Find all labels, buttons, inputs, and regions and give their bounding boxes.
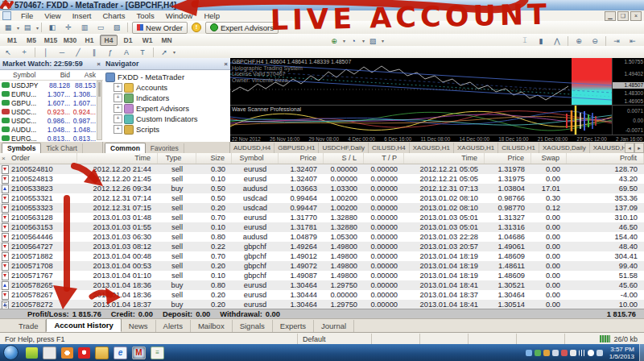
taskbar-app-icon-2[interactable] [43,346,56,359]
market-watch-row[interactable]: AUDU... 1.048... 1.048... [0,125,103,134]
terminal-tab[interactable]: News [122,320,156,332]
warning-icon[interactable]: ! [192,23,201,32]
column-close-price[interactable]: Price [485,153,531,164]
column-close-time[interactable]: Time [404,153,485,164]
cursor-icon[interactable]: ↖ [1,46,15,58]
fibonacci-icon[interactable]: ƒ [103,46,118,58]
profiles-button[interactable]: ▤ [20,22,35,34]
chart-window[interactable]: GBPCHF,H4 1.48604 1.48641 1.48339 1.4850… [230,58,644,142]
terminal-close-icon[interactable]: × [2,155,6,162]
column-type[interactable]: Type [158,153,196,164]
navigator-button[interactable]: ▥ [77,22,92,34]
market-watch-tab[interactable]: Symbols [2,143,41,153]
horizontal-line-icon[interactable]: ─ [55,46,69,58]
history-row[interactable]: 2100578267 2013.01.04 18:36 sell 0.20 eu… [0,290,644,300]
taskbar-notes-icon[interactable]: ≡ [151,346,164,359]
menu-item[interactable]: Window [160,10,199,21]
history-row[interactable]: 2100571882 2013.01.04 00:48 sell 0.70 gb… [0,251,644,261]
scroll-right-icon[interactable]: ▸ [634,143,644,153]
history-row[interactable]: 2100533823 2012.12.26 09:34 buy 0.50 aud… [0,184,644,193]
navigator-item[interactable]: + Custom Indicators [114,114,230,124]
timeframe-button[interactable]: MN [158,35,175,46]
navigator-item[interactable]: + Expert Advisors [114,103,230,114]
history-row[interactable]: 2100524813 2012.12.20 21:45 sell 0.10 eu… [0,174,644,184]
new-order-button[interactable]: New Order [132,22,188,34]
market-watch-row[interactable]: USDJPY 88.128 88.153 [0,81,103,89]
menu-item[interactable]: Tools [130,10,159,21]
navigator-tab[interactable]: Common [105,143,146,153]
menu-item[interactable]: Help [198,10,225,21]
expert-advisors-button[interactable]: Expert Advisors [205,22,279,34]
column-sl[interactable]: S / L [324,153,364,164]
terminal-tab[interactable]: Alerts [156,320,191,332]
market-watch-row[interactable]: USDC... 0.986... 0.987... [0,116,103,125]
tray-flag-icon[interactable] [597,350,603,356]
terminal-tab[interactable]: Journal [314,320,354,332]
column-size[interactable]: Size [196,153,232,164]
market-watch-tab[interactable]: Tick Chart [41,143,82,153]
timeframe-button[interactable]: D1 [119,35,137,46]
menu-item[interactable]: Charts [97,10,131,21]
tray-display-icon[interactable] [552,350,559,356]
templates-icon[interactable]: ▧ [365,35,380,47]
tray-volume-icon[interactable] [588,350,594,356]
vertical-line-icon[interactable]: │ [39,46,53,58]
market-watch-row[interactable]: USDC... 0.923... 0.924... [0,107,103,116]
chart-tab[interactable]: XAGUSD,H1 [454,143,498,153]
terminal-tab[interactable]: Signals [233,320,273,332]
timeframe-button[interactable]: M30 [61,35,79,46]
navigator-root[interactable]: FXDD - MetaTrader [105,72,230,82]
column-tp[interactable]: T / P [364,153,404,164]
bar-chart-icon[interactable]: ⌶ [518,35,532,47]
show-desktop-button[interactable] [639,344,644,361]
timeframe-button[interactable]: M1 [3,35,21,46]
scroll-left-icon[interactable]: ◂ [625,143,634,153]
start-button[interactable] [3,345,19,360]
chart-plot-area[interactable]: GBPCHF,H4 1.48604 1.48641 1.48339 1.4850… [230,58,612,105]
navigator-item[interactable]: + Indicators [114,93,230,103]
chart-tab[interactable]: USDCHF,Daily [319,143,368,153]
chart-tab[interactable]: AUDUSD,H4 [230,143,275,153]
chart-tab[interactable]: XAGUSD,Daily [539,143,590,153]
timeframe-button[interactable]: H4 [100,35,118,46]
minimize-icon[interactable]: ▁ [605,11,616,21]
close-icon[interactable]: × [224,60,228,68]
tray-app-icon[interactable] [543,350,550,356]
strategy-tester-button[interactable]: ▨ [109,22,124,34]
terminal-tab[interactable]: Trade [11,320,46,332]
candlestick-icon[interactable]: ▮ [534,35,548,47]
taskbar-internet-explorer-icon[interactable]: e [114,346,127,359]
tray-update-icon[interactable] [535,350,541,356]
tray-shield-icon[interactable] [526,350,532,356]
channel-icon[interactable]: ∥ [87,46,101,58]
column-order[interactable]: Order [0,153,77,164]
menu-item[interactable]: View [39,10,66,21]
label-tool-icon[interactable]: T [135,46,150,58]
chart-tab[interactable]: XAGUSD,H1 [410,143,454,153]
tray-battery-icon[interactable] [570,350,576,356]
crosshair-icon[interactable]: ＋ [17,46,31,58]
chart-shift-icon[interactable]: ⇤ [625,35,640,47]
chart-tab[interactable]: GBPUSD,H1 [275,143,319,153]
history-row[interactable]: 2100553323 2012.12.31 07:15 sell 0.20 us… [0,203,644,213]
taskbar-explorer-icon[interactable] [95,346,109,359]
chart-tab[interactable]: CILUSD,H1 [498,143,539,153]
periods-icon[interactable]: ◔ [346,35,361,47]
tray-network-icon[interactable] [579,350,585,356]
trendline-icon[interactable]: ╱ [71,46,85,58]
history-row[interactable]: 2100553321 2012.12.31 07:14 sell 0.50 us… [0,193,644,203]
expander-icon[interactable]: + [114,83,122,92]
history-row[interactable]: 2100564446 2013.01.03 06:30 sell 0.80 au… [0,232,644,242]
close-icon[interactable]: × [97,60,101,68]
line-chart-icon[interactable]: ⋀ [550,35,564,47]
market-watch-scrollbar[interactable] [97,81,102,140]
expander-icon[interactable]: + [114,93,122,102]
expander-icon[interactable]: + [114,104,122,113]
terminal-button[interactable]: ▭ [93,22,108,34]
menu-item[interactable]: Insert [67,10,97,21]
add-indicator-icon[interactable]: ⊕ [327,35,341,47]
column-swap[interactable]: Swap [531,153,567,164]
timeframe-button[interactable]: M15 [42,35,60,46]
text-tool-icon[interactable]: A [119,46,134,58]
navigator-item[interactable]: + Accounts [114,82,230,93]
